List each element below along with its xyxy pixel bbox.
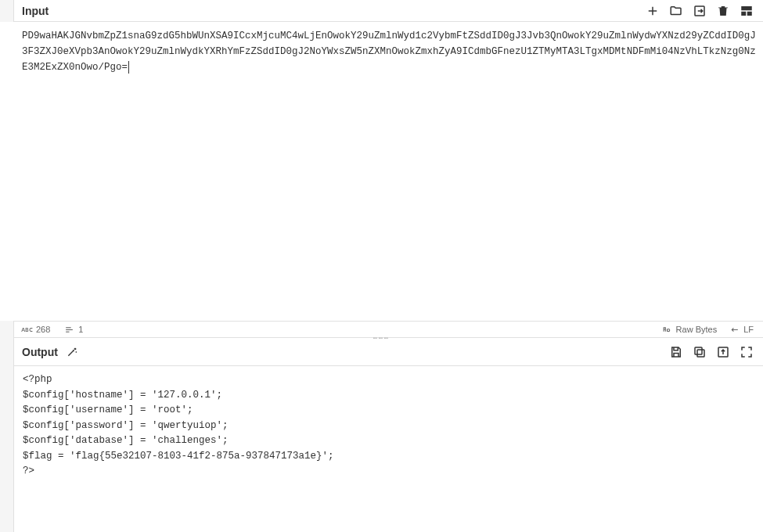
input-content: PD9waHAKJGNvbmZpZ1snaG9zdG5hbWUnXSA9ICcx… [22,31,756,73]
output-line: $config['hostname'] = '127.0.0.1'; [23,390,222,401]
input-header: Input [0,0,763,22]
status-lines-value: 1 [78,325,83,334]
status-display-mode[interactable]: Raw Bytes [662,325,718,335]
status-mode-value: Raw Bytes [676,325,718,334]
output-line: $config['username'] = 'root'; [23,404,193,415]
lines-icon [64,325,74,335]
svg-rect-3 [741,6,752,10]
text-cursor [128,61,129,74]
output-line: $config['database'] = 'challenges'; [23,435,229,446]
return-icon [729,325,740,335]
status-eol[interactable]: LF [729,325,754,335]
output-textarea[interactable]: <?php $config['hostname'] = '127.0.0.1';… [0,366,763,532]
input-title: Input [22,5,646,17]
add-input-button[interactable] [646,4,660,18]
svg-rect-9 [697,350,704,357]
input-textarea[interactable]: PD9waHAKJGNvbmZpZ1snaG9zdG5hbWUnXSA9ICcx… [0,22,763,321]
output-header: Output [0,338,763,366]
splitter-dots-icon: ┉┉┉ [373,335,390,342]
length-icon: ᴀʙᴄ [22,325,32,335]
output-title: Output [22,346,58,358]
status-length-value: 268 [36,325,50,334]
magic-wand-button[interactable] [66,346,78,358]
copy-output-button[interactable] [693,345,707,359]
svg-rect-4 [741,11,746,15]
svg-rect-5 [747,11,752,15]
input-toolbar [646,4,754,18]
status-length[interactable]: ᴀʙᴄ 268 [22,325,50,335]
reset-layout-button[interactable] [740,4,754,18]
text-case-icon [662,325,672,335]
output-line: ?> [23,466,34,476]
output-line: $flag = 'flag{55e32107-8103-41f2-875a-93… [23,451,334,462]
svg-rect-10 [695,347,702,354]
move-output-to-input-button[interactable] [716,345,730,359]
save-output-button[interactable] [669,345,683,359]
status-eol-value: LF [743,325,754,334]
maximize-output-button[interactable] [740,345,754,359]
output-toolbar [669,345,754,359]
open-folder-button[interactable] [669,4,683,18]
output-line: <?php [23,374,52,385]
output-line: $config['password'] = 'qwertyuiop'; [23,420,229,431]
open-file-button[interactable] [693,4,707,18]
status-lines[interactable]: 1 [64,325,83,335]
clear-input-button[interactable] [716,4,730,18]
